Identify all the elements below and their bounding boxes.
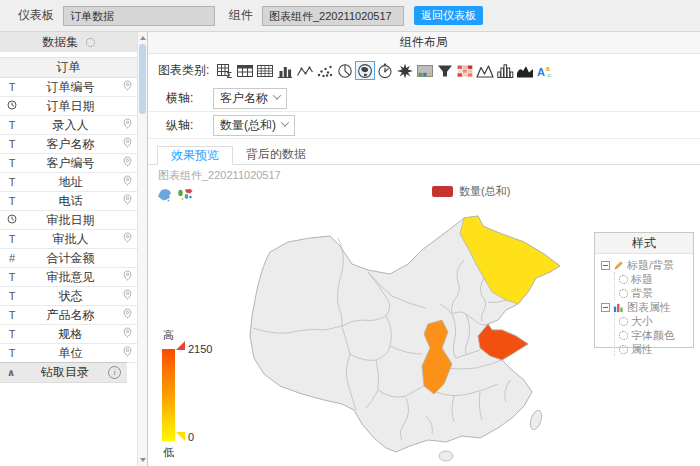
sidebar-scrollbar[interactable] <box>137 32 147 466</box>
location-pin-icon[interactable] <box>117 346 137 360</box>
field-row[interactable]: T 地址 <box>0 173 137 192</box>
location-pin-icon[interactable] <box>117 137 137 151</box>
tab-effect-preview[interactable]: 效果预览 <box>157 146 233 165</box>
back-to-dashboard-button[interactable]: 返回仪表板 <box>414 6 483 25</box>
collapse-box-icon[interactable] <box>601 303 610 312</box>
drill-catalog-header: ∧ 钻取目录 i <box>0 363 127 383</box>
dataset-group-header[interactable]: 订单 <box>0 57 137 78</box>
dataset-panel: 数据集 订单 T 订单编号 <box>0 32 137 466</box>
style-item-title[interactable]: 标题 <box>619 272 693 286</box>
field-label: 地址 <box>24 174 117 191</box>
style-item-font-color[interactable]: 字体颜色 <box>619 328 693 342</box>
location-pin-icon[interactable] <box>117 251 137 265</box>
scrollbar-thumb[interactable] <box>139 44 146 114</box>
gear-icon <box>619 345 628 354</box>
y-axis-select[interactable]: 数量(总和) <box>213 115 295 136</box>
tab-underlying-data[interactable]: 背后的数据 <box>233 146 319 164</box>
x-axis-row: 横轴: 客户名称 <box>148 85 700 112</box>
map-legend[interactable]: 数量(总和) <box>432 184 510 199</box>
location-pin-icon[interactable] <box>117 308 137 322</box>
dashboard-name-input[interactable]: 订单数据 <box>63 6 215 26</box>
data-table-icon[interactable] <box>255 61 275 80</box>
field-row[interactable]: T 状态 <box>0 287 137 306</box>
style-group-chart-properties[interactable]: 图表属性 <box>601 300 693 314</box>
world-map-thumb-icon[interactable] <box>176 187 194 202</box>
component-name-input[interactable]: 图表组件_220211020517 <box>262 6 404 26</box>
china-map-chart[interactable] <box>240 212 580 462</box>
location-pin-icon[interactable] <box>117 99 137 113</box>
field-label: 单位 <box>24 345 117 362</box>
field-row[interactable]: T 审批人 <box>0 230 137 249</box>
location-pin-icon[interactable] <box>117 289 137 303</box>
island-hainan[interactable] <box>439 451 453 461</box>
area-chart-icon[interactable] <box>515 61 535 80</box>
field-row[interactable]: T 订单编号 <box>0 78 137 97</box>
field-row[interactable]: T 客户编号 <box>0 154 137 173</box>
crosstab-table-icon[interactable] <box>235 61 255 80</box>
field-row[interactable]: # 合计金额 <box>0 249 137 268</box>
style-group-label: 图表属性 <box>627 300 671 315</box>
map-chart-icon[interactable] <box>355 61 375 80</box>
mini-bar-chart-icon <box>613 302 624 313</box>
location-pin-icon[interactable] <box>117 118 137 132</box>
scroll-up-icon[interactable] <box>138 33 147 43</box>
area-line-chart-icon[interactable] <box>475 61 495 80</box>
location-pin-icon[interactable] <box>117 80 137 94</box>
location-pin-icon[interactable] <box>117 327 137 341</box>
field-row[interactable]: 订单日期 <box>0 97 137 116</box>
field-row[interactable]: T 产品名称 <box>0 306 137 325</box>
summary-table-icon[interactable]: Σ <box>215 61 235 80</box>
bar-chart-icon[interactable] <box>275 61 295 80</box>
style-item-properties[interactable]: 属性 <box>619 342 693 356</box>
style-panel-header: 样式 <box>595 233 693 254</box>
island-taiwan[interactable] <box>528 409 544 431</box>
word-cloud-icon[interactable]: Aac <box>535 61 555 80</box>
location-pin-icon[interactable] <box>117 175 137 189</box>
heatmap-icon[interactable] <box>455 61 475 80</box>
field-type-icon <box>0 100 24 112</box>
style-item-size[interactable]: 大小 <box>619 314 693 328</box>
gear-icon[interactable] <box>86 38 95 47</box>
info-icon[interactable]: i <box>108 366 121 379</box>
visual-map-min-handle[interactable] <box>176 432 185 441</box>
china-map-thumb-icon[interactable] <box>155 187 173 202</box>
collapse-box-icon[interactable] <box>601 261 610 270</box>
radar-chart-icon[interactable] <box>395 61 415 80</box>
y-axis-label: 纵轴: <box>166 117 213 134</box>
location-pin-icon[interactable] <box>117 270 137 284</box>
histogram-icon[interactable] <box>495 61 515 80</box>
location-pin-icon[interactable] <box>117 232 137 246</box>
field-row[interactable]: T 电话 <box>0 192 137 211</box>
field-row[interactable]: T 规格 <box>0 325 137 344</box>
scatter-plot-icon[interactable] <box>315 61 335 80</box>
picture-icon[interactable] <box>415 61 435 80</box>
field-row[interactable]: T 录入人 <box>0 116 137 135</box>
field-row[interactable]: T 单位 <box>0 344 137 363</box>
style-group-title-background[interactable]: 标题/背景 <box>601 258 693 272</box>
location-pin-icon[interactable] <box>117 194 137 208</box>
line-chart-icon[interactable] <box>295 61 315 80</box>
component-layout-panel: 组件布局 图表类别: Σ Aac 横轴: 客户名称 <box>148 32 700 466</box>
legend-label: 数量(总和) <box>459 184 510 199</box>
preview-tabs: 效果预览 背后的数据 <box>148 146 700 165</box>
field-row[interactable]: T 客户名称 <box>0 135 137 154</box>
scroll-down-icon[interactable] <box>138 455 147 465</box>
field-row[interactable]: T 审批意见 <box>0 268 137 287</box>
collapse-icon[interactable]: ∧ <box>0 367 22 378</box>
style-group-label: 标题/背景 <box>627 258 674 273</box>
funnel-chart-icon[interactable] <box>435 61 455 80</box>
visual-map-gradient-bar[interactable] <box>162 349 175 441</box>
location-pin-icon[interactable] <box>117 213 137 227</box>
pie-chart-icon[interactable] <box>335 61 355 80</box>
field-row[interactable]: 审批日期 <box>0 211 137 230</box>
visual-map-max-handle[interactable] <box>176 341 185 350</box>
location-pin-icon[interactable] <box>117 156 137 170</box>
field-label: 订单编号 <box>24 79 117 96</box>
x-axis-select[interactable]: 客户名称 <box>213 88 287 109</box>
style-item-background[interactable]: 背景 <box>619 286 693 300</box>
field-type-icon: T <box>0 310 24 321</box>
gauge-chart-icon[interactable] <box>375 61 395 80</box>
visual-map-high-label: 高 <box>163 328 230 343</box>
field-label: 录入人 <box>24 117 117 134</box>
app-window: 仪表板 订单数据 组件 图表组件_220211020517 返回仪表板 数据集 … <box>0 0 700 466</box>
